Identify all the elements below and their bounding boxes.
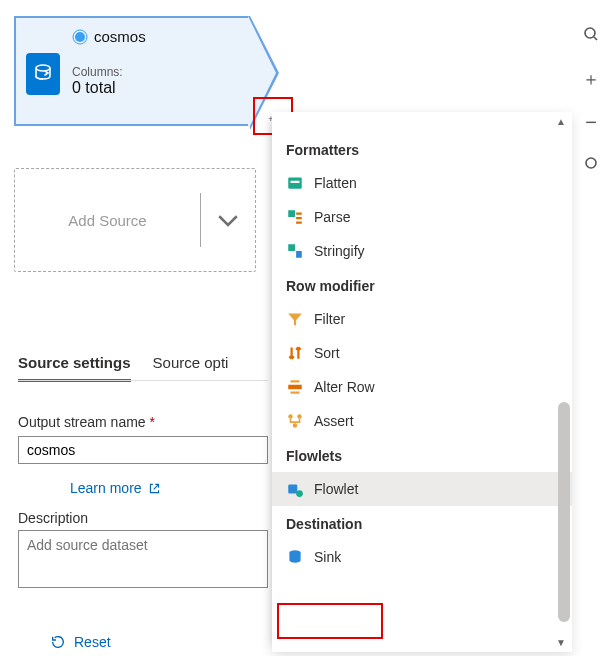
- annotation-highlight-sink: [277, 603, 383, 639]
- transform-menu: ▲ Formatters Flatten Parse Stringify Row…: [272, 112, 572, 652]
- menu-item-sort[interactable]: Sort: [272, 336, 572, 370]
- svg-point-0: [36, 65, 50, 71]
- external-link-icon: [148, 482, 161, 495]
- svg-rect-5: [288, 210, 295, 217]
- svg-point-13: [296, 490, 303, 497]
- menu-item-alterrow[interactable]: Alter Row: [272, 370, 572, 404]
- menu-header-flowlets: Flowlets: [272, 438, 572, 472]
- menu-item-label: Stringify: [314, 243, 365, 259]
- svg-point-9: [288, 414, 293, 419]
- menu-item-sink[interactable]: Sink: [272, 540, 572, 574]
- menu-item-label: Sink: [314, 549, 341, 565]
- menu-item-label: Assert: [314, 413, 354, 429]
- add-source-card[interactable]: Add Source: [14, 168, 256, 272]
- menu-item-stringify[interactable]: Stringify: [272, 234, 572, 268]
- svg-rect-8: [288, 385, 302, 390]
- output-stream-label: Output stream name *: [18, 414, 155, 430]
- flowlet-icon: [286, 480, 304, 498]
- stringify-icon: [286, 242, 304, 260]
- menu-scrollbar-thumb[interactable]: [558, 402, 570, 622]
- search-icon[interactable]: [583, 26, 599, 47]
- menu-item-label: Flowlet: [314, 481, 358, 497]
- chevron-down-icon: [213, 205, 243, 235]
- svg-rect-12: [288, 485, 297, 494]
- svg-point-16: [586, 158, 596, 168]
- menu-item-label: Flatten: [314, 175, 357, 191]
- svg-point-11: [293, 423, 298, 428]
- scroll-down-icon[interactable]: ▼: [556, 637, 566, 648]
- alterrow-icon: [286, 378, 304, 396]
- tab-source-options[interactable]: Source opti: [153, 354, 229, 382]
- menu-item-assert[interactable]: Assert: [272, 404, 572, 438]
- svg-point-15: [585, 28, 595, 38]
- reset-icon: [50, 634, 66, 650]
- add-source-label: Add Source: [15, 212, 200, 229]
- source-db-icon: [26, 53, 60, 95]
- menu-item-parse[interactable]: Parse: [272, 200, 572, 234]
- minus-icon[interactable]: −: [585, 111, 597, 134]
- menu-header-formatters: Formatters: [272, 132, 572, 166]
- filter-icon: [286, 310, 304, 328]
- svg-rect-6: [288, 244, 295, 251]
- tab-underline: [18, 380, 268, 381]
- right-toolbar: ＋ −: [579, 2, 603, 175]
- node-title: cosmos: [94, 28, 146, 45]
- plus-icon[interactable]: ＋: [582, 67, 600, 91]
- node-columns-value: 0 total: [72, 79, 240, 97]
- menu-header-rowmodifier: Row modifier: [272, 268, 572, 302]
- scroll-up-icon[interactable]: ▲: [556, 116, 566, 127]
- learn-more-link[interactable]: Learn more: [70, 480, 161, 496]
- svg-point-10: [297, 414, 302, 419]
- tab-source-settings[interactable]: Source settings: [18, 354, 131, 382]
- svg-point-1: [75, 32, 85, 42]
- menu-item-filter[interactable]: Filter: [272, 302, 572, 336]
- cosmos-icon: [72, 29, 88, 45]
- node-columns-label: Columns:: [72, 65, 240, 79]
- menu-header-destination: Destination: [272, 506, 572, 540]
- menu-item-label: Parse: [314, 209, 351, 225]
- menu-item-label: Alter Row: [314, 379, 375, 395]
- flatten-icon: [286, 174, 304, 192]
- menu-item-flowlet[interactable]: Flowlet: [272, 472, 572, 506]
- parse-icon: [286, 208, 304, 226]
- menu-item-label: Sort: [314, 345, 340, 361]
- circle-icon[interactable]: [584, 154, 598, 175]
- description-label: Description: [18, 510, 88, 526]
- assert-icon: [286, 412, 304, 430]
- sink-icon: [286, 548, 304, 566]
- source-node[interactable]: cosmos Columns: 0 total: [14, 16, 250, 126]
- menu-item-label: Filter: [314, 311, 345, 327]
- reset-link[interactable]: Reset: [50, 634, 111, 650]
- svg-rect-4: [291, 181, 300, 183]
- menu-item-flatten[interactable]: Flatten: [272, 166, 572, 200]
- sort-icon: [286, 344, 304, 362]
- output-stream-input[interactable]: [18, 436, 268, 464]
- svg-rect-7: [296, 251, 302, 258]
- description-input[interactable]: [18, 530, 268, 588]
- add-source-dropdown[interactable]: [201, 205, 255, 235]
